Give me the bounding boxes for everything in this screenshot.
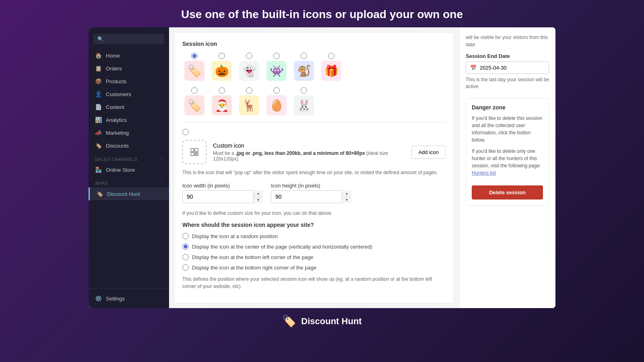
icon-cell-6: 🎁 — [319, 53, 343, 81]
svg-rect-0 — [191, 148, 194, 152]
home-icon: 🏠 — [95, 52, 102, 59]
sidebar-item-customers[interactable]: 👤 Customers — [89, 88, 169, 101]
icon-width-label: Icon width (in pixels) — [182, 183, 263, 189]
icon-radio-7[interactable] — [191, 87, 198, 94]
session-icon-label: Session icon — [182, 41, 446, 47]
sidebar-item-discounts[interactable]: 🏷️ Discounts — [89, 139, 169, 152]
icon-radio-10[interactable] — [273, 87, 280, 94]
footer: 🏷️ Discount Hunt — [276, 308, 368, 334]
sidebar-item-label: Marketing — [106, 130, 129, 136]
footer-label: Discount Hunt — [301, 316, 361, 327]
sidebar-item-label: Analytics — [106, 117, 127, 123]
icon-cell-4: 👾 — [264, 53, 289, 81]
icon-cell-8: 🎅 — [210, 87, 234, 115]
icon-img-5[interactable]: 🐒 — [294, 61, 314, 81]
icon-radio-5[interactable] — [301, 53, 307, 59]
icon-width-up[interactable]: ▲ — [254, 190, 263, 197]
session-end-date-label: Session End Date — [466, 53, 549, 59]
icon-img-8[interactable]: 🎅 — [212, 95, 232, 115]
custom-icon-box[interactable] — [182, 140, 206, 164]
position-radio-3[interactable] — [182, 254, 189, 260]
icon-img-6[interactable]: 🎁 — [321, 61, 341, 81]
page-title: Use one of the built-in icons or upload … — [0, 0, 644, 27]
icon-height-label: Icon height (in pixels) — [271, 183, 351, 189]
icon-radio-11[interactable] — [301, 87, 307, 94]
sidebar-item-label: Products — [106, 78, 126, 84]
position-question: Where should the session icon appear you… — [182, 222, 446, 228]
sidebar-item-content[interactable]: 📄 Content — [89, 101, 169, 113]
sidebar-item-settings[interactable]: ⚙️ Settings — [89, 292, 169, 305]
sidebar-search[interactable]: 🔍 — [93, 34, 164, 44]
position-option-2[interactable]: Display the icon at the center of the pa… — [182, 243, 446, 250]
main-content: Session icon 🏷️ 🎃 👻 — [169, 27, 459, 308]
icon-img-7[interactable]: 🏷️ — [184, 95, 204, 115]
position-option-1[interactable]: Display the icon at a random position — [182, 233, 446, 239]
icon-img-4[interactable]: 👾 — [266, 61, 287, 81]
position-radio-1[interactable] — [182, 233, 189, 239]
sidebar-item-label: Home — [106, 53, 120, 59]
icon-width-input[interactable] — [182, 190, 263, 203]
custom-icon-row: Custom icon Must be a .jpg or .png, less… — [182, 140, 446, 164]
size-row: Icon width (in pixels) ▲ ▼ Icon height (… — [182, 183, 446, 203]
danger-text-1: If you'd like to delete this session and… — [472, 115, 543, 144]
icon-img-1[interactable]: 🏷️ — [184, 61, 204, 81]
sidebar-item-home[interactable]: 🏠 Home — [89, 49, 169, 62]
icon-img-10[interactable]: 🥚 — [266, 95, 287, 115]
icon-width-spinners: ▲ ▼ — [253, 190, 263, 203]
position-hint: This defines the position where your sel… — [182, 276, 446, 290]
sidebar-item-marketing[interactable]: 📣 Marketing — [89, 126, 169, 139]
svg-rect-1 — [195, 148, 198, 152]
session-end-date-field[interactable]: 📅 2025-04-30 — [466, 62, 549, 74]
icon-radio-2[interactable] — [219, 53, 225, 59]
icon-height-up[interactable]: ▲ — [342, 190, 351, 197]
icon-img-11[interactable]: 🐰 — [294, 95, 314, 115]
sidebar-item-products[interactable]: 📦 Products — [89, 75, 169, 88]
danger-text-2: If you'd like to delete only one hunter … — [472, 148, 543, 177]
position-option-3[interactable]: Display the icon at the bottom left corn… — [182, 254, 446, 260]
icon-radio-8[interactable] — [219, 87, 225, 94]
icon-cell-10: 🥚 — [264, 87, 289, 115]
custom-icon-radio[interactable] — [182, 129, 189, 135]
icon-radio-4[interactable] — [273, 53, 280, 59]
icon-grid: 🏷️ 🎃 👻 👾 — [182, 53, 446, 81]
sales-channels-section: Sales channels › — [89, 152, 169, 163]
sidebar-item-label: Settings — [106, 296, 125, 302]
store-icon: 🏪 — [95, 167, 102, 173]
icon-radio-6[interactable] — [328, 53, 334, 59]
position-radio-2[interactable] — [182, 243, 189, 250]
icon-img-3[interactable]: 👻 — [239, 61, 259, 81]
icon-height-input-wrap: ▲ ▼ — [271, 190, 351, 203]
session-end-date-hint: This is the last day your session will b… — [466, 76, 549, 90]
analytics-icon: 📊 — [95, 117, 102, 123]
custom-icon-desc: Must be a .jpg or .png, less than 200kb,… — [213, 150, 405, 162]
add-icon-button[interactable]: Add icon — [411, 146, 446, 159]
sidebar-item-orders[interactable]: 📋 Orders — [89, 62, 169, 75]
chevron-right-icon: › — [161, 157, 163, 162]
sidebar-item-online-store[interactable]: 🏪 Online Store — [89, 163, 169, 176]
hunters-list-link[interactable]: Hunters list — [472, 170, 496, 176]
delete-session-button[interactable]: Delete session — [472, 185, 543, 200]
icon-height-down[interactable]: ▼ — [342, 197, 351, 204]
icon-width-down[interactable]: ▼ — [254, 197, 263, 204]
custom-icon-title: Custom icon — [213, 142, 405, 149]
icon-img-2[interactable]: 🎃 — [212, 61, 232, 81]
position-section: Where should the session icon appear you… — [182, 222, 446, 290]
sidebar-item-label: Discounts — [106, 143, 129, 149]
icon-radio-1[interactable] — [191, 53, 198, 59]
icon-height-input[interactable] — [271, 190, 351, 203]
settings-icon: ⚙️ — [95, 295, 102, 302]
sidebar: 🔍 🏠 Home 📋 Orders 📦 Products 👤 Customers… — [89, 27, 169, 308]
icon-width-field: Icon width (in pixels) ▲ ▼ — [182, 183, 263, 203]
orders-icon: 📋 — [95, 65, 102, 72]
icon-radio-3[interactable] — [246, 53, 252, 59]
icon-height-field: Icon height (in pixels) ▲ ▼ — [271, 183, 351, 203]
sidebar-item-analytics[interactable]: 📊 Analytics — [89, 113, 169, 126]
icon-radio-9[interactable] — [246, 87, 252, 94]
sidebar-item-discount-hunt[interactable]: 🏷️ Discount Hunt — [89, 187, 169, 200]
chevron-right-icon: › — [161, 181, 163, 186]
icon-img-9[interactable]: 🦌 — [239, 95, 259, 115]
danger-zone: Danger zone If you'd like to delete this… — [466, 98, 549, 206]
position-radio-4[interactable] — [182, 264, 189, 271]
position-option-4[interactable]: Display the icon at the bottom right cor… — [182, 264, 446, 271]
sidebar-item-label: Customers — [106, 91, 131, 97]
